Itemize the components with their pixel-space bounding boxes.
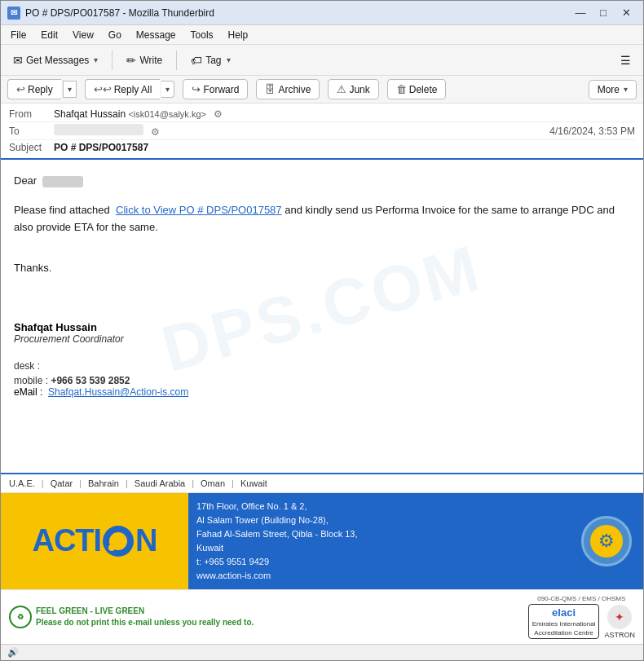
- cert-badge-area: 090-CB-QMS / EMS / OHSMS elaci Emirates …: [528, 595, 635, 639]
- to-row: To ⚙ 4/16/2024, 3:53 PM: [9, 122, 635, 140]
- get-messages-dropdown-arrow[interactable]: ▾: [94, 55, 98, 64]
- action-bar: ↩ Reply ▾ ↩↩ Reply All ▾ ↪ Forward 🗄 Arc…: [1, 76, 643, 104]
- reply-dropdown[interactable]: ▾: [63, 81, 77, 98]
- window-controls: — □ ✕: [570, 4, 637, 22]
- ela-badge: elaci Emirates InternationalAccreditatio…: [528, 604, 600, 639]
- menu-message[interactable]: Message: [130, 28, 183, 42]
- country-qatar: Qatar: [51, 478, 73, 488]
- recipient-name-redacted: [42, 176, 83, 187]
- message-header: ↩ Reply ▾ ↩↩ Reply All ▾ ↪ Forward 🗄 Arc…: [1, 76, 643, 160]
- junk-button[interactable]: ⚠ Junk: [328, 79, 378, 99]
- action-brand-banner: ACTI N 17th Floor, Office No. 1 & 2, Al …: [1, 493, 643, 589]
- window-title: PO # DPS/PO017587 - Mozilla Thunderbird: [25, 7, 570, 19]
- action-logo-text-part1: ACTI: [32, 523, 101, 558]
- circle-logo-inner: ⚙: [590, 525, 623, 557]
- toolbar-menu-button[interactable]: ☰: [613, 50, 638, 71]
- email-meta: From Shafqat Hussain <isk014@salyk.kg> ⚙…: [1, 104, 643, 158]
- forward-button[interactable]: ↪ Forward: [183, 79, 248, 99]
- write-button[interactable]: ✏ Write: [119, 50, 170, 71]
- circle-logo-outer: ⚙: [581, 516, 632, 566]
- close-button[interactable]: ✕: [615, 4, 637, 22]
- country-oman: Oman: [201, 478, 225, 488]
- get-messages-button[interactable]: ✉ Get Messages ▾: [6, 50, 105, 71]
- action-o-icon: [103, 526, 134, 557]
- tag-dropdown-arrow[interactable]: ▾: [227, 55, 231, 64]
- menu-file[interactable]: File: [4, 28, 33, 42]
- maximize-button[interactable]: □: [593, 4, 614, 22]
- cert-logos: 090-CB-QMS / EMS / OHSMS elaci Emirates …: [528, 595, 635, 639]
- astron-text: ASTRON: [604, 631, 635, 639]
- app-window: ✉ PO # DPS/PO017587 - Mozilla Thunderbir…: [0, 0, 644, 661]
- menu-tools[interactable]: Tools: [184, 28, 220, 42]
- toolbar-separator-1: [112, 51, 112, 70]
- sig-email-link[interactable]: Shafqat.Hussain@Action-is.com: [48, 386, 188, 398]
- action-logo-text-part2: N: [135, 523, 157, 558]
- menu-edit[interactable]: Edit: [34, 28, 64, 42]
- action-address-area: 17th Floor, Office No. 1 & 2, Al Salam T…: [188, 493, 578, 589]
- to-options-icon[interactable]: ⚙: [151, 126, 160, 138]
- tag-icon: 🏷: [191, 54, 202, 67]
- reply-all-dropdown[interactable]: ▾: [161, 81, 174, 98]
- sig-desk: desk :: [14, 360, 630, 372]
- green-footer: ♻ FEEL GREEN - LIVE GREEN Please do not …: [1, 589, 643, 644]
- reply-icon: ↩: [16, 83, 25, 95]
- email-signature: Shafqat Hussain Procurement Coordinator …: [14, 321, 630, 398]
- to-address-redacted: [54, 124, 143, 135]
- tag-button[interactable]: 🏷 Tag ▾: [183, 50, 237, 71]
- astron-badge: ✦ ASTRON: [604, 605, 635, 639]
- hamburger-icon: ☰: [620, 54, 631, 67]
- country-bahrain: Bahrain: [88, 478, 119, 488]
- reply-all-button[interactable]: ↩↩ Reply All: [85, 79, 161, 99]
- trash-icon: 🗑: [396, 83, 407, 95]
- toolbar-separator-2: [176, 51, 177, 70]
- email-body: DPS.COM Dear Please find attached Click …: [1, 160, 643, 473]
- body-content: Dear Please find attached Click to View …: [14, 173, 630, 398]
- action-logo-area: ACTI N: [1, 493, 188, 589]
- country-uae: U.A.E.: [9, 478, 35, 488]
- astron-icon: ✦: [607, 605, 632, 629]
- po-link[interactable]: Click to View PO # DPS/PO017587: [116, 204, 282, 216]
- subject-row: Subject PO # DPS/PO017587: [9, 140, 635, 155]
- country-saudi: Saudi Arabia: [135, 478, 185, 488]
- junk-icon: ⚠: [337, 83, 346, 95]
- from-value: Shafqat Hussain <isk014@salyk.kg> ⚙: [54, 108, 635, 120]
- main-toolbar: ✉ Get Messages ▾ ✏ Write 🏷 Tag ▾ ☰: [1, 45, 643, 76]
- menu-bar: File Edit View Go Message Tools Help: [1, 25, 643, 45]
- pencil-icon: ✏: [126, 54, 136, 67]
- forward-icon: ↪: [192, 83, 201, 95]
- footer-banner: U.A.E. | Qatar | Bahrain | Saudi Arabia …: [1, 473, 643, 644]
- archive-icon: 🗄: [265, 83, 276, 95]
- cert-icons-row: elaci Emirates InternationalAccreditatio…: [528, 604, 635, 639]
- cert-qms-text: 090-CB-QMS / EMS / OHSMS: [528, 595, 635, 602]
- menu-go[interactable]: Go: [102, 28, 128, 42]
- country-bar: U.A.E. | Qatar | Bahrain | Saudi Arabia …: [1, 474, 643, 493]
- reply-button[interactable]: ↩ Reply: [7, 79, 61, 99]
- minimize-button[interactable]: —: [570, 4, 591, 22]
- green-logo: ♻ FEEL GREEN - LIVE GREEN Please do not …: [9, 606, 254, 628]
- dear-line: Dear: [14, 173, 630, 190]
- to-value: ⚙: [54, 124, 549, 138]
- menu-help[interactable]: Help: [222, 28, 255, 42]
- from-row: From Shafqat Hussain <isk014@salyk.kg> ⚙: [9, 107, 635, 122]
- action-logo: ACTI N: [32, 523, 157, 558]
- title-bar: ✉ PO # DPS/PO017587 - Mozilla Thunderbir…: [1, 1, 643, 25]
- main-paragraph: Please find attached Click to View PO # …: [14, 202, 630, 236]
- delete-button[interactable]: 🗑 Delete: [387, 79, 447, 99]
- country-kuwait: Kuwait: [240, 478, 267, 488]
- envelope-icon: ✉: [13, 54, 23, 67]
- address-text: 17th Floor, Office No. 1 & 2, Al Salam T…: [196, 500, 357, 583]
- status-bar: 🔊: [1, 644, 643, 660]
- sig-email-row: eMail : Shafqat.Hussain@Action-is.com: [14, 386, 630, 398]
- more-button[interactable]: More ▾: [589, 80, 637, 99]
- menu-view[interactable]: View: [66, 28, 100, 42]
- circle-gear-icon: ⚙: [598, 531, 615, 552]
- more-dropdown-arrow: ▾: [624, 85, 628, 94]
- sender-options-icon[interactable]: ⚙: [214, 108, 223, 120]
- feel-green-text: FEEL GREEN - LIVE GREEN Please do not pr…: [36, 606, 254, 628]
- green-circle-icon: ♻: [9, 606, 32, 628]
- sig-mobile-row: mobile : +966 53 539 2852: [14, 375, 630, 386]
- thanks-line: Thanks.: [14, 260, 630, 277]
- reply-all-icon: ↩↩: [94, 83, 112, 95]
- archive-button[interactable]: 🗄 Archive: [256, 79, 320, 99]
- app-icon: ✉: [7, 7, 20, 20]
